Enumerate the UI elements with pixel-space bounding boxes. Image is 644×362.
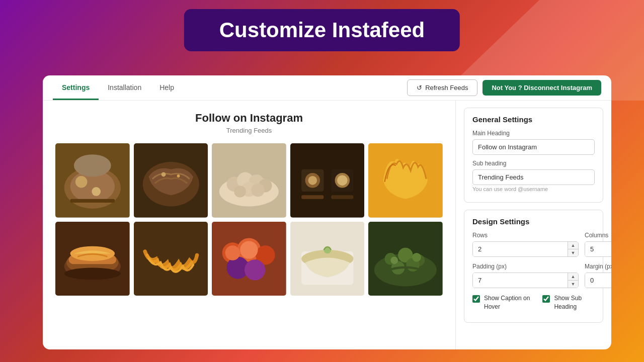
svg-rect-26 bbox=[331, 195, 353, 199]
rows-up-button[interactable]: ▲ bbox=[568, 242, 578, 249]
feed-sub-heading: Trending Feeds bbox=[55, 127, 443, 134]
columns-field: Columns ▲ ▼ bbox=[585, 232, 611, 257]
refresh-label: Refresh Feeds bbox=[425, 84, 468, 92]
show-subheading-checkbox[interactable] bbox=[542, 295, 550, 303]
rows-columns-row: Rows ▲ ▼ Columns bbox=[472, 232, 595, 257]
svg-rect-25 bbox=[301, 195, 324, 199]
card-body: Follow on Instagram Trending Feeds bbox=[43, 101, 611, 349]
photo-item-8 bbox=[212, 222, 286, 296]
feed-section: Follow on Instagram Trending Feeds bbox=[43, 101, 455, 349]
svg-rect-6 bbox=[70, 199, 115, 203]
sub-heading-label: Sub heading bbox=[472, 160, 595, 167]
design-settings-title: Design Settings bbox=[472, 217, 595, 226]
rows-label: Rows bbox=[472, 232, 579, 239]
general-settings-section: General Settings Main Heading Sub headin… bbox=[464, 108, 603, 203]
photo-item-4 bbox=[290, 143, 365, 218]
photo-item-3 bbox=[212, 143, 286, 218]
sub-heading-input[interactable] bbox=[472, 169, 595, 185]
title-bar: Customize Instafeed bbox=[184, 9, 460, 51]
rows-spinners: ▲ ▼ bbox=[568, 242, 578, 256]
photo-item-6 bbox=[55, 222, 130, 296]
margin-field: Margin (px) ▲ ▼ bbox=[585, 263, 611, 288]
nav-actions: ↺ Refresh Feeds Not You ? Disconnect Ins… bbox=[407, 79, 601, 96]
disconnect-instagram-button[interactable]: Not You ? Disconnect Instagram bbox=[482, 80, 601, 96]
svg-point-5 bbox=[74, 154, 111, 176]
show-subheading-label: Show Sub Heading bbox=[554, 294, 595, 311]
svg-point-27 bbox=[308, 176, 317, 185]
padding-down-button[interactable]: ▼ bbox=[568, 281, 578, 288]
tab-installation[interactable]: Installation bbox=[99, 76, 150, 100]
svg-point-57 bbox=[412, 253, 421, 262]
rows-input[interactable] bbox=[473, 242, 568, 256]
main-heading-input[interactable] bbox=[472, 139, 595, 155]
tab-settings[interactable]: Settings bbox=[53, 76, 99, 100]
columns-input-wrap: ▲ ▼ bbox=[585, 241, 611, 257]
show-caption-row: Show Caption on Hover bbox=[472, 294, 534, 311]
svg-point-28 bbox=[337, 175, 348, 186]
svg-point-18 bbox=[234, 186, 246, 198]
show-caption-label: Show Caption on Hover bbox=[484, 294, 534, 311]
photo-item-5 bbox=[368, 143, 443, 218]
general-settings-title: General Settings bbox=[472, 115, 595, 124]
columns-label: Columns bbox=[585, 232, 611, 239]
refresh-icon: ↺ bbox=[417, 84, 422, 92]
nav-bar: Settings Installation Help ↺ Refresh Fee… bbox=[43, 75, 611, 101]
svg-point-43 bbox=[225, 245, 240, 260]
padding-input-wrap: ▲ ▼ bbox=[472, 273, 579, 288]
padding-up-button[interactable]: ▲ bbox=[568, 273, 578, 281]
page-title: Customize Instafeed bbox=[219, 18, 425, 42]
feed-main-heading: Follow on Instagram bbox=[55, 112, 443, 125]
photo-item-1 bbox=[55, 143, 130, 218]
refresh-feeds-button[interactable]: ↺ Refresh Feeds bbox=[407, 79, 477, 96]
margin-input[interactable] bbox=[585, 273, 611, 288]
main-heading-label: Main Heading bbox=[472, 130, 595, 137]
settings-panel: General Settings Main Heading Sub headin… bbox=[455, 101, 611, 349]
svg-rect-20 bbox=[290, 143, 365, 218]
rows-down-button[interactable]: ▼ bbox=[568, 249, 578, 256]
main-card: Settings Installation Help ↺ Refresh Fee… bbox=[43, 75, 611, 349]
rows-field: Rows ▲ ▼ bbox=[472, 232, 579, 257]
margin-label: Margin (px) bbox=[585, 263, 611, 270]
disconnect-label: Not You ? Disconnect Instagram bbox=[492, 84, 592, 92]
sub-heading-hint: You can use word @username bbox=[472, 186, 595, 192]
margin-input-wrap: ▲ ▼ bbox=[585, 273, 611, 288]
svg-point-4 bbox=[92, 187, 101, 196]
svg-point-42 bbox=[245, 259, 265, 280]
photo-item-7 bbox=[134, 222, 208, 296]
rows-input-wrap: ▲ ▼ bbox=[472, 241, 579, 257]
padding-spinners: ▲ ▼ bbox=[568, 273, 578, 288]
design-settings-section: Design Settings Rows ▲ ▼ Colum bbox=[464, 210, 603, 323]
photo-item-2 bbox=[134, 143, 208, 218]
show-subheading-row: Show Sub Heading bbox=[542, 294, 595, 311]
photo-item-9 bbox=[290, 222, 365, 296]
photo-item-10 bbox=[368, 222, 443, 296]
padding-margin-row: Padding (px) ▲ ▼ Margin (px) bbox=[472, 263, 595, 288]
svg-point-56 bbox=[391, 256, 398, 264]
svg-point-9 bbox=[161, 172, 166, 177]
svg-point-10 bbox=[177, 174, 180, 177]
svg-point-35 bbox=[64, 267, 121, 280]
padding-field: Padding (px) ▲ ▼ bbox=[472, 263, 579, 288]
nav-tabs: Settings Installation Help bbox=[53, 76, 407, 100]
columns-input[interactable] bbox=[585, 242, 611, 256]
svg-point-3 bbox=[75, 176, 88, 188]
padding-input[interactable] bbox=[473, 273, 568, 288]
photo-grid bbox=[55, 143, 443, 296]
svg-point-19 bbox=[251, 184, 265, 197]
tab-help[interactable]: Help bbox=[150, 76, 183, 100]
svg-point-44 bbox=[240, 241, 258, 258]
show-caption-checkbox[interactable] bbox=[472, 295, 480, 303]
padding-label: Padding (px) bbox=[472, 263, 579, 270]
